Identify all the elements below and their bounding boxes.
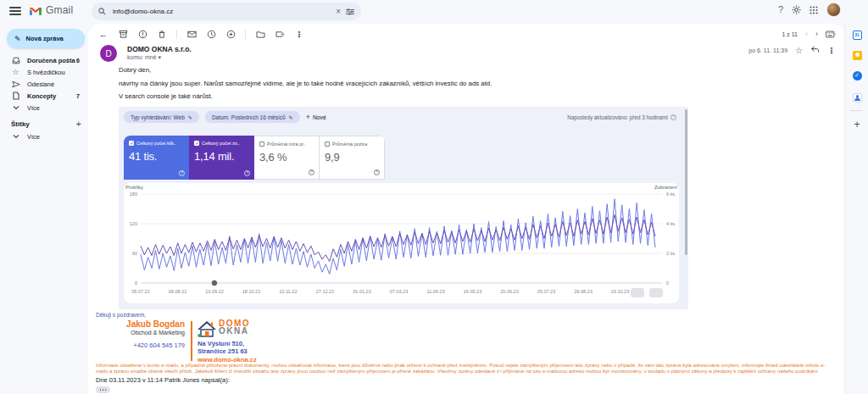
email-toolbar: ← ⋮ — [98, 28, 304, 40]
calendar-icon[interactable]: 31 — [851, 29, 863, 41]
labels-header: Štítky — [11, 120, 30, 128]
gmail-logo: Gmail — [29, 4, 73, 16]
reply-icon[interactable] — [810, 46, 820, 55]
svg-text:27.12.22: 27.12.22 — [316, 289, 334, 294]
svg-text:120: 120 — [130, 221, 137, 226]
metric-card-position: Průměrná pozice 9,9 ? — [320, 136, 385, 180]
add-to-tasks-icon[interactable] — [225, 29, 236, 39]
recipient-details-toggle[interactable]: komu: mně ▾ — [127, 54, 161, 61]
clear-search-icon[interactable]: × — [336, 8, 341, 16]
search-type-chip: Typ vyhledávání: Web✎ — [124, 111, 199, 123]
settings-gear-icon[interactable] — [792, 5, 801, 14]
signature-address-1: Na Výsluní 510, — [198, 340, 244, 347]
body-paragraph-2: V search console je také nárůst. — [119, 92, 827, 100]
svg-text:29.08.23: 29.08.23 — [574, 289, 592, 294]
compose-label: Nová zpráva — [26, 35, 64, 42]
svg-text:6 tis.: 6 tis. — [666, 191, 676, 197]
create-label-icon[interactable]: + — [76, 119, 81, 129]
help-icon[interactable]: ? — [778, 5, 783, 14]
search-bar[interactable]: × — [92, 3, 361, 20]
performance-chart-card: 1806 tis.1204 tis.602 tis.00ProklikyZobr… — [124, 183, 679, 303]
google-apps-grid-icon[interactable] — [810, 6, 818, 14]
top-bar: Gmail × ? — [0, 0, 868, 24]
star-icon[interactable]: ☆ — [795, 47, 803, 55]
more-options-icon[interactable]: ⋮ — [294, 29, 304, 39]
search-icon — [98, 8, 106, 15]
svg-text:11.04.23: 11.04.23 — [426, 289, 444, 294]
compose-button[interactable]: ✎ Nová zpráva — [7, 29, 85, 48]
help-circle-icon: ? — [309, 169, 314, 175]
svg-text:03.10.23: 03.10.23 — [611, 289, 629, 294]
gmail-window: Gmail × ? 31 ✓ + ✎ Nová zpráva — [0, 0, 868, 394]
keep-icon[interactable] — [851, 49, 863, 61]
sidebar-labels-more[interactable]: Více — [0, 130, 88, 142]
metric-card-ctr: Průměrná míra pr.. 3,6 % ? — [254, 136, 320, 180]
sidebar: ✎ Nová zpráva Doručená pošta 6 ☆ S hvězd… — [0, 24, 88, 394]
mark-unread-icon[interactable] — [186, 29, 197, 39]
signature-phone[interactable]: +420 604 545 179 — [96, 341, 185, 349]
svg-text:Prokliky: Prokliky — [125, 185, 143, 190]
metric-card-impressions: Celkový počet zo.. 1,14 mil. ? — [189, 136, 254, 180]
labels-icon[interactable] — [275, 29, 285, 39]
star-icon: ☆ — [11, 68, 20, 77]
svg-text:18.10.22: 18.10.22 — [242, 289, 260, 294]
metric-value: 3,6 % — [259, 151, 314, 164]
show-trimmed-content-button[interactable] — [96, 386, 110, 393]
email-pane: ← ⋮ 1 z 11 ‹ › D DOMO OKNA s.r.o. komu: … — [88, 24, 844, 394]
report-spam-icon[interactable] — [137, 29, 147, 39]
sidebar-item-drafts[interactable]: Koncepty 7 — [0, 90, 88, 102]
email-date: po 6. 11. 11:39 — [748, 47, 787, 53]
embedded-screenshot: Typ vyhledávání: Web✎ Datum: Posledních … — [119, 107, 688, 309]
newer-email-icon[interactable]: ‹ — [805, 30, 808, 38]
svg-text:4 tis.: 4 tis. — [666, 221, 676, 226]
contacts-icon[interactable] — [851, 92, 863, 103]
metric-checkbox — [194, 141, 199, 146]
search-input[interactable] — [111, 7, 331, 16]
side-panel-rail: 31 ✓ + — [844, 24, 868, 394]
svg-text:16.05.23: 16.05.23 — [464, 289, 481, 294]
gmail-m-icon — [29, 5, 42, 15]
edit-icon: ✎ — [289, 114, 293, 120]
back-icon[interactable]: ← — [98, 29, 108, 39]
svg-text:05.07.22: 05.07.22 — [131, 289, 149, 294]
signature-divider — [191, 321, 192, 361]
sidebar-item-more[interactable]: Více — [0, 102, 88, 114]
help-circle-icon: ? — [244, 170, 250, 176]
chevron-down-icon — [11, 132, 20, 142]
last-updated-label: Naposledy aktualizováno: před 3 hodinami… — [567, 114, 676, 120]
axis-annotation-dot — [212, 280, 217, 286]
input-tools-icon[interactable] — [826, 29, 836, 39]
inbox-icon — [11, 56, 20, 65]
sender-avatar[interactable]: D — [100, 45, 117, 62]
company-logo: DOMO OKNA — [198, 320, 250, 337]
metric-checkbox — [259, 142, 264, 147]
search-console-chart: 1806 tis.1204 tis.602 tis.00ProklikyZobr… — [124, 183, 679, 303]
info-icon: ? — [670, 114, 676, 120]
search-options-icon[interactable] — [346, 8, 354, 15]
snooze-icon[interactable] — [206, 29, 216, 39]
get-addons-icon[interactable]: + — [851, 119, 863, 130]
quoted-message-header: Dne 03.11.2023 v 11:14 Patrik Jones naps… — [96, 376, 230, 384]
account-avatar[interactable] — [826, 3, 841, 17]
older-email-icon[interactable]: › — [815, 30, 818, 38]
gmail-wordmark: Gmail — [46, 4, 73, 16]
main-menu-icon[interactable] — [9, 7, 21, 15]
plus-icon: + — [306, 113, 310, 121]
delete-icon[interactable] — [157, 29, 167, 39]
edit-icon: ✎ — [188, 114, 192, 120]
move-to-icon[interactable] — [255, 29, 265, 39]
sidebar-item-inbox[interactable]: Doručená pošta 6 — [0, 54, 88, 66]
sidebar-item-starred[interactable]: ☆ S hvězdičkou — [0, 66, 88, 78]
date-range-chip: Datum: Posledních 16 měsíců✎ — [205, 111, 300, 123]
rail-divider — [850, 110, 863, 111]
message-more-icon[interactable]: ⋮ — [827, 47, 836, 55]
screenshot-scrollbar — [685, 109, 687, 255]
tasks-icon[interactable]: ✓ — [851, 69, 863, 81]
metric-card-clicks: Celkový počet klik.. 41 tis. ? — [124, 136, 189, 180]
svg-text:07.03.23: 07.03.23 — [390, 289, 408, 294]
sidebar-item-sent[interactable]: Odeslané — [0, 78, 88, 90]
svg-text:60: 60 — [132, 251, 137, 256]
pencil-icon: ✎ — [14, 35, 21, 43]
archive-icon[interactable] — [118, 29, 128, 39]
svg-text:0: 0 — [666, 280, 669, 286]
